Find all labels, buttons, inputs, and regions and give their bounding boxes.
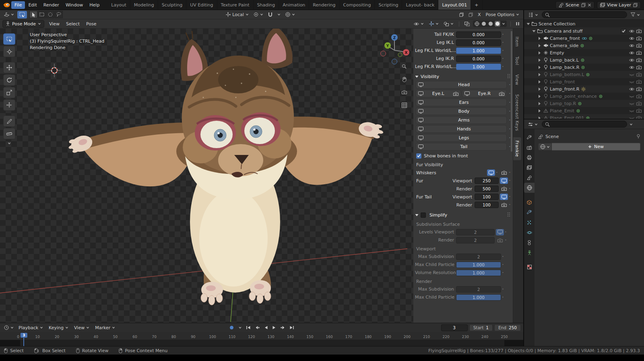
snap-dropdown[interactable] bbox=[276, 12, 282, 17]
simplify-checkbox[interactable] bbox=[421, 212, 426, 218]
end-frame-field[interactable]: End250 bbox=[494, 324, 521, 331]
sidebar-tab-screencast-keys[interactable]: Screencast Keys bbox=[513, 91, 521, 134]
disable-render-toggle[interactable] bbox=[635, 94, 642, 98]
rig-slider-leg-ik-l[interactable]: 0.000 bbox=[456, 39, 501, 46]
blender-logo-icon[interactable] bbox=[2, 2, 11, 8]
outliner-row-plane-emit-001[interactable]: Plane_Emit.001 bbox=[524, 114, 644, 119]
visibility-button-arms[interactable]: Arms bbox=[416, 116, 507, 124]
properties-tab-view-layer[interactable] bbox=[524, 163, 535, 173]
disable-render-toggle[interactable] bbox=[635, 80, 642, 84]
visibility-button-eye-r[interactable]: Eye.R bbox=[462, 90, 507, 97]
shading-material[interactable] bbox=[488, 21, 493, 27]
hide-viewport-toggle[interactable] bbox=[628, 51, 635, 55]
tool-measure[interactable] bbox=[3, 128, 15, 139]
monitor-toggle[interactable] bbox=[500, 177, 508, 184]
rig-slider-leg-fk-l-world-l[interactable]: 1.000 bbox=[456, 47, 501, 54]
expand-icon[interactable] bbox=[537, 66, 542, 69]
tool-annotate[interactable] bbox=[3, 116, 15, 127]
camera-toggle[interactable] bbox=[496, 237, 504, 243]
properties-tab-constraints[interactable] bbox=[524, 237, 535, 248]
properties-tab-material[interactable] bbox=[524, 262, 535, 272]
workspace-tab-texture-paint[interactable]: Texture Paint bbox=[217, 0, 254, 10]
expand-icon[interactable] bbox=[537, 51, 542, 55]
rig-slider-tail-fk-ik[interactable]: 0.000 bbox=[456, 31, 501, 38]
fur-fur-tail-render-field[interactable]: 100 bbox=[475, 202, 499, 208]
x-mirror-toggle[interactable]: X bbox=[476, 11, 483, 18]
properties-editor-type-dropdown[interactable] bbox=[526, 121, 539, 128]
fur-fur-tail-viewport-field[interactable]: 100 bbox=[475, 194, 499, 200]
animate-dot[interactable]: · bbox=[501, 41, 505, 45]
next-keyframe-button[interactable] bbox=[280, 325, 286, 330]
browse-world-dropdown[interactable] bbox=[538, 143, 552, 151]
simplify-panel-header[interactable]: Simplify bbox=[415, 210, 512, 219]
sidebar-tab-tool[interactable]: Tool bbox=[513, 53, 521, 68]
outliner-row-lamp-back-l[interactable]: Lamp_back.L bbox=[524, 56, 644, 64]
transform-pivot-dropdown[interactable] bbox=[252, 11, 265, 18]
disable-render-toggle[interactable] bbox=[635, 51, 642, 55]
workspace-tab-layout-001[interactable]: Layout.001 bbox=[438, 0, 471, 10]
outliner-row-empty[interactable]: Empty bbox=[524, 49, 644, 56]
simplify-max-subdivision-field[interactable]: 2 bbox=[456, 286, 501, 293]
visibility-panel-header[interactable]: Visibility bbox=[415, 72, 512, 81]
animate-dot[interactable]: · bbox=[501, 295, 505, 299]
outliner-row-lamp-top-r[interactable]: Lamp_top.R bbox=[524, 100, 644, 107]
copy-pose-button[interactable] bbox=[458, 12, 465, 18]
hide-viewport-toggle[interactable] bbox=[628, 29, 635, 33]
properties-tab-scene[interactable] bbox=[524, 173, 535, 183]
outliner-row-lamp-bottom-l[interactable]: Lamp_bottom.L bbox=[524, 71, 644, 78]
expand-icon[interactable] bbox=[537, 116, 542, 119]
disable-render-toggle[interactable] bbox=[635, 29, 642, 33]
timeline-body[interactable]: 0102030405060708090100110120130140150160… bbox=[0, 332, 523, 346]
navigation-gizmo[interactable]: Z Y X bbox=[378, 32, 411, 66]
expand-icon[interactable] bbox=[537, 44, 542, 47]
transform-orientation-dropdown[interactable]: Local bbox=[224, 11, 250, 18]
header-overflow-icon[interactable] bbox=[514, 21, 521, 27]
start-frame-field[interactable]: Start1 bbox=[469, 324, 493, 331]
disable-render-toggle[interactable] bbox=[635, 65, 642, 69]
animate-dot[interactable]: · bbox=[501, 287, 505, 291]
current-frame-field[interactable]: 3 bbox=[441, 324, 468, 331]
select-mode-lasso[interactable] bbox=[55, 11, 63, 18]
animate-dot[interactable]: · bbox=[501, 65, 505, 69]
expand-icon[interactable] bbox=[537, 109, 542, 113]
proportional-edit-dropdown[interactable] bbox=[284, 11, 297, 18]
tool-transform[interactable] bbox=[3, 99, 15, 111]
viewport-menu-view[interactable]: View bbox=[46, 20, 63, 28]
animate-dot[interactable]: · bbox=[508, 171, 512, 175]
collapse-icon[interactable] bbox=[531, 30, 537, 33]
disable-render-toggle[interactable] bbox=[635, 109, 642, 113]
play-button[interactable] bbox=[272, 325, 277, 330]
editor-type-dropdown[interactable] bbox=[2, 11, 16, 18]
rig-slider-leg-fk-r-world-l[interactable]: 1.000 bbox=[456, 64, 501, 70]
workspace-tab-animation[interactable]: Animation bbox=[279, 0, 309, 10]
gizmo-neg-x-axis[interactable] bbox=[381, 51, 386, 56]
select-mode-box[interactable] bbox=[38, 11, 46, 18]
viewport-camera-button[interactable] bbox=[400, 88, 408, 96]
sidebar-tab-frankie[interactable]: Frankie bbox=[513, 137, 521, 160]
properties-tab-output[interactable] bbox=[524, 153, 535, 163]
outliner-row-lamp-back-r[interactable]: Lamp_back.R bbox=[524, 64, 644, 71]
disable-render-toggle[interactable] bbox=[635, 72, 642, 76]
disable-render-toggle[interactable] bbox=[635, 58, 642, 62]
outliner-search-input[interactable] bbox=[542, 11, 627, 18]
disable-render-toggle[interactable] bbox=[635, 36, 642, 40]
expand-icon[interactable] bbox=[537, 87, 542, 91]
viewport-menu-select[interactable]: Select bbox=[63, 20, 83, 28]
animate-dot[interactable]: · bbox=[495, 171, 499, 175]
frankie-character[interactable] bbox=[66, 29, 385, 305]
visibility-button-tail[interactable]: Tail bbox=[416, 143, 507, 151]
hide-viewport-toggle[interactable] bbox=[628, 109, 635, 113]
disable-render-toggle[interactable] bbox=[635, 87, 642, 91]
hide-viewport-toggle[interactable] bbox=[628, 44, 635, 47]
fur-fur-viewport-field[interactable]: 250 bbox=[475, 177, 499, 184]
keying-set-dropdown[interactable] bbox=[238, 326, 243, 329]
gizmo-z-axis[interactable]: Z bbox=[393, 36, 396, 40]
tool-rotate[interactable] bbox=[3, 74, 15, 86]
hide-viewport-toggle[interactable] bbox=[628, 73, 635, 76]
scene-selector[interactable]: Scene bbox=[555, 1, 594, 9]
workspace-tab-layout[interactable]: Layout bbox=[107, 0, 130, 10]
unlink-scene-icon[interactable] bbox=[588, 3, 591, 7]
properties-tab-physics[interactable] bbox=[524, 227, 535, 237]
animate-dot[interactable]: · bbox=[504, 238, 508, 242]
shading-wireframe[interactable] bbox=[474, 21, 480, 27]
